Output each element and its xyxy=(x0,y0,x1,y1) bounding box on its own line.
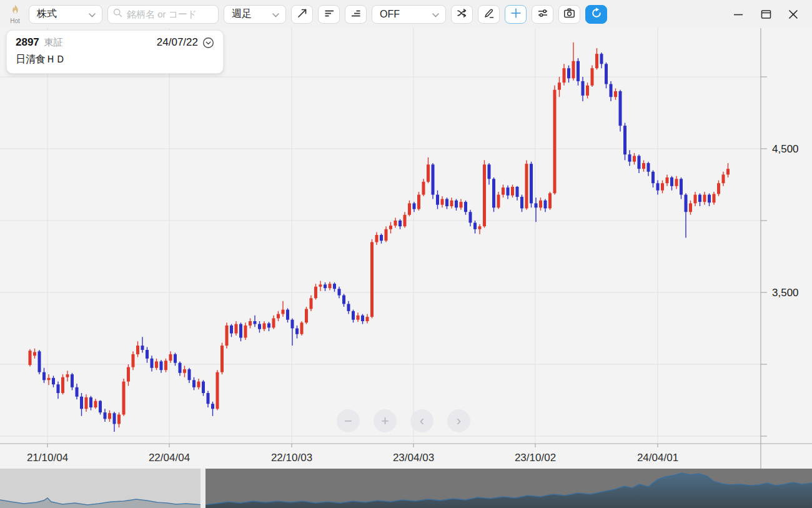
chevron-down-icon xyxy=(432,9,439,20)
pan-left-button[interactable]: ‹ xyxy=(410,409,433,432)
draw-button[interactable] xyxy=(478,5,500,24)
chevron-down-icon xyxy=(89,9,96,20)
svg-text:22/10/03: 22/10/03 xyxy=(271,452,312,464)
toolbar: Hot 株式 週足 OFF xyxy=(0,0,812,28)
indicator-select[interactable]: OFF xyxy=(372,5,446,24)
svg-text:22/04/04: 22/04/04 xyxy=(149,452,190,464)
candlestick-chart[interactable]: 21/10/0422/04/0422/10/0323/04/0323/10/02… xyxy=(0,28,812,469)
trend-line-button[interactable] xyxy=(291,5,313,24)
window-controls xyxy=(731,7,801,22)
navigator-range-handle[interactable] xyxy=(201,469,205,508)
flame-icon xyxy=(11,4,20,17)
zoom-out-button[interactable]: − xyxy=(337,409,360,432)
plus-icon xyxy=(510,7,522,22)
search-input[interactable] xyxy=(126,8,213,20)
zoom-in-button[interactable]: + xyxy=(374,409,397,432)
sliders-icon xyxy=(537,7,549,22)
history-dropdown-icon[interactable] xyxy=(202,37,214,49)
svg-text:4,500: 4,500 xyxy=(772,143,799,155)
maximize-button[interactable] xyxy=(758,7,773,22)
svg-text:23/04/03: 23/04/03 xyxy=(393,452,434,464)
refresh-button[interactable] xyxy=(585,5,607,24)
pan-right-button[interactable]: › xyxy=(447,409,470,432)
symbol-search[interactable] xyxy=(107,5,219,24)
chevron-down-icon xyxy=(272,9,279,20)
hot-menu[interactable]: Hot xyxy=(6,4,24,24)
stock-name: 日清食ＨＤ xyxy=(16,53,214,66)
compare-button[interactable] xyxy=(451,5,473,24)
svg-text:23/10/02: 23/10/02 xyxy=(515,452,556,464)
timeframe-select-value: 週足 xyxy=(232,7,252,21)
close-button[interactable] xyxy=(786,7,801,22)
indicator-select-value: OFF xyxy=(380,9,400,20)
align-right-lines-icon xyxy=(350,7,362,22)
svg-text:24/04/01: 24/04/01 xyxy=(637,452,678,464)
quote-date: 24/07/22 xyxy=(157,36,198,49)
market-select[interactable]: 株式 xyxy=(29,5,102,24)
align-left-lines-icon xyxy=(323,7,335,22)
stock-market: 東証 xyxy=(44,37,63,49)
timeframe-select[interactable]: 週足 xyxy=(224,5,286,24)
stock-info-card: 2897 東証 24/07/22 日清食ＨＤ xyxy=(6,30,224,74)
settings-button[interactable] xyxy=(532,5,553,24)
layout-right-button[interactable] xyxy=(345,5,367,24)
crosshair-button[interactable] xyxy=(505,5,527,24)
hot-label: Hot xyxy=(10,18,20,24)
screenshot-button[interactable] xyxy=(558,5,580,24)
stock-code: 2897 xyxy=(16,36,39,49)
pencil-icon xyxy=(483,7,495,22)
search-icon xyxy=(113,8,122,20)
svg-text:3,500: 3,500 xyxy=(772,287,799,299)
svg-text:21/10/04: 21/10/04 xyxy=(27,452,68,464)
trend-arrow-icon xyxy=(296,7,309,22)
layout-left-button[interactable] xyxy=(318,5,340,24)
camera-icon xyxy=(563,7,576,22)
minimize-button[interactable] xyxy=(731,7,746,22)
market-select-value: 株式 xyxy=(37,7,57,21)
range-navigator[interactable] xyxy=(0,469,812,508)
refresh-icon xyxy=(590,7,603,22)
shuffle-icon xyxy=(456,7,468,22)
candlestick-chart-svg: 21/10/0422/04/0422/10/0323/04/0323/10/02… xyxy=(0,28,812,469)
